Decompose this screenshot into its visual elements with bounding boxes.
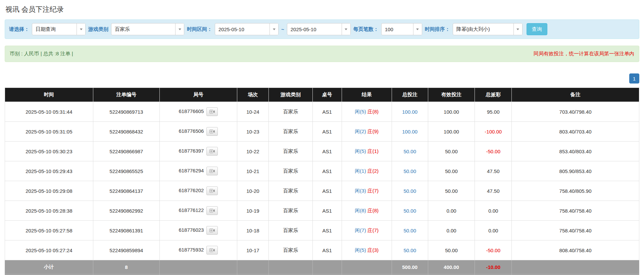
column-header: 时间 bbox=[5, 88, 93, 102]
payout-cell: 0.00 bbox=[475, 201, 512, 221]
total-bet-link[interactable]: 50.00 bbox=[403, 228, 416, 233]
per-page-selected-value: 100 bbox=[382, 23, 413, 35]
payout-cell: -100.00 bbox=[475, 122, 512, 142]
replay-button[interactable] bbox=[206, 186, 218, 195]
total-bet-link[interactable]: 100.00 bbox=[402, 129, 417, 134]
valid-bet-cell: 50.00 bbox=[428, 142, 475, 161]
banker-result: 庄(3) bbox=[367, 247, 379, 253]
remark-cell: 853.40/803.40 bbox=[512, 142, 639, 161]
replay-button[interactable] bbox=[206, 246, 218, 255]
sort-select[interactable]: 降幂(由大到小) bbox=[453, 23, 523, 35]
video-replay-icon bbox=[209, 169, 215, 173]
page-button[interactable]: 1 bbox=[629, 73, 639, 84]
table-row: 2025-05-10 05:27:58522490861391618776023… bbox=[5, 221, 639, 240]
valid-bet-cell: 100.00 bbox=[428, 122, 475, 142]
replay-button[interactable] bbox=[206, 167, 218, 175]
per-page-dropdown-button[interactable] bbox=[413, 23, 422, 35]
bet-id-cell: 522490861391 bbox=[93, 221, 159, 240]
query-type-dropdown-button[interactable] bbox=[77, 23, 85, 35]
game-type-select[interactable]: 百家乐 bbox=[111, 23, 184, 35]
valid-bet-cell: 50.00 bbox=[428, 181, 475, 201]
table-row: 2025-05-10 05:31:05522490868432618776506… bbox=[5, 122, 639, 142]
remark-cell: 805.90/853.40 bbox=[512, 161, 639, 181]
chevron-down-icon bbox=[416, 29, 419, 30]
player-result: 闲(5) bbox=[355, 148, 366, 154]
valid-bet-cell: 50.00 bbox=[428, 240, 475, 260]
summary-empty-cell bbox=[342, 260, 392, 274]
total-bet-cell: 100.00 bbox=[392, 122, 428, 142]
banker-result: 庄(1) bbox=[367, 148, 379, 154]
total-bet-link[interactable]: 50.00 bbox=[403, 149, 416, 154]
banker-result: 庄(7) bbox=[367, 227, 379, 233]
total-bet-link[interactable]: 50.00 bbox=[403, 208, 416, 214]
chevron-down-icon bbox=[273, 29, 276, 30]
time-cell: 2025-05-10 05:29:08 bbox=[5, 181, 93, 201]
column-header: 注单编号 bbox=[93, 88, 159, 102]
player-result: 闲(1) bbox=[355, 168, 366, 174]
payout-cell: 47.50 bbox=[475, 181, 512, 201]
table-row: 2025-05-10 05:30:23522490866987618776397… bbox=[5, 142, 639, 161]
valid-bet-cell: 0.00 bbox=[428, 201, 475, 221]
date-from-value: 2025-05-10 bbox=[215, 23, 269, 35]
result-cell: 闲(1)庄(2) bbox=[342, 161, 392, 181]
session-cell: 10-22 bbox=[237, 142, 269, 161]
date-to-select[interactable]: 2025-05-10 bbox=[287, 23, 351, 35]
total-bet-link[interactable]: 50.00 bbox=[403, 188, 416, 194]
replay-button[interactable] bbox=[206, 147, 218, 156]
total-bet-link[interactable]: 50.00 bbox=[403, 248, 416, 253]
per-page-select[interactable]: 100 bbox=[381, 23, 422, 35]
table-no-cell: AS1 bbox=[312, 181, 342, 201]
game-type-cell: 百家乐 bbox=[269, 201, 312, 221]
table-row: 2025-05-10 05:31:44522490869713618776605… bbox=[5, 102, 639, 122]
player-result: 闲(7) bbox=[355, 227, 366, 233]
total-bet-link[interactable]: 100.00 bbox=[402, 109, 417, 115]
payout-cell: 95.00 bbox=[475, 102, 512, 122]
summary-valid-bet: 400.00 bbox=[428, 260, 475, 274]
date-to-dropdown-button[interactable] bbox=[342, 23, 350, 35]
total-bet-cell: 50.00 bbox=[392, 142, 428, 161]
round-id: 618775932 bbox=[179, 247, 204, 253]
table-no-cell: AS1 bbox=[312, 240, 342, 260]
game-type-cell: 百家乐 bbox=[269, 240, 312, 260]
column-header: 有效投注 bbox=[428, 88, 475, 102]
chevron-down-icon bbox=[179, 29, 181, 30]
summary-payout: -10.00 bbox=[475, 260, 512, 274]
sort-label: 时间排序： bbox=[425, 26, 450, 33]
bet-id-cell: 522490862992 bbox=[93, 201, 159, 221]
replay-button[interactable] bbox=[206, 206, 218, 215]
banker-result: 庄(7) bbox=[367, 188, 379, 194]
table-no-cell: AS1 bbox=[312, 122, 342, 142]
video-replay-icon bbox=[209, 129, 215, 134]
query-type-selected-value: 日期查询 bbox=[32, 23, 77, 35]
valid-bet-cell: 100.00 bbox=[428, 102, 475, 122]
remark-cell: 703.40/798.40 bbox=[512, 102, 639, 122]
game-type-dropdown-button[interactable] bbox=[175, 23, 184, 35]
column-header: 局号 bbox=[160, 88, 237, 102]
query-type-select[interactable]: 日期查询 bbox=[32, 23, 86, 35]
table-no-cell: AS1 bbox=[312, 142, 342, 161]
result-cell: 闲(8)庄(8) bbox=[342, 201, 392, 221]
bet-id-cell: 522490868432 bbox=[93, 122, 159, 142]
total-bet-link[interactable]: 50.00 bbox=[403, 168, 416, 174]
notice-text: 同局有效投注，统一计算在该局第一张注单内 bbox=[534, 51, 634, 57]
time-cell: 2025-05-10 05:29:43 bbox=[5, 161, 93, 181]
column-header: 场次 bbox=[237, 88, 269, 102]
summary-count: 8 bbox=[93, 260, 159, 274]
search-button[interactable]: 查询 bbox=[527, 23, 547, 35]
summary-empty-cell bbox=[312, 260, 342, 274]
round-cell: 618776397 bbox=[160, 142, 237, 161]
video-replay-icon bbox=[209, 208, 215, 213]
result-cell: 闲(3)庄(7) bbox=[342, 181, 392, 201]
round-id: 618776294 bbox=[179, 168, 204, 173]
sort-dropdown-button[interactable] bbox=[513, 23, 522, 35]
replay-button[interactable] bbox=[206, 226, 218, 235]
session-cell: 10-21 bbox=[237, 161, 269, 181]
result-cell: 闲(5)庄(1) bbox=[342, 142, 392, 161]
replay-button[interactable] bbox=[206, 107, 218, 116]
sort-selected-value: 降幂(由大到小) bbox=[453, 23, 513, 35]
date-from-select[interactable]: 2025-05-10 bbox=[215, 23, 279, 35]
round-cell: 618776605 bbox=[160, 102, 237, 122]
date-from-dropdown-button[interactable] bbox=[269, 23, 278, 35]
replay-button[interactable] bbox=[206, 127, 218, 136]
table-row: 2025-05-10 05:27:24522490859894618775932… bbox=[5, 240, 639, 260]
